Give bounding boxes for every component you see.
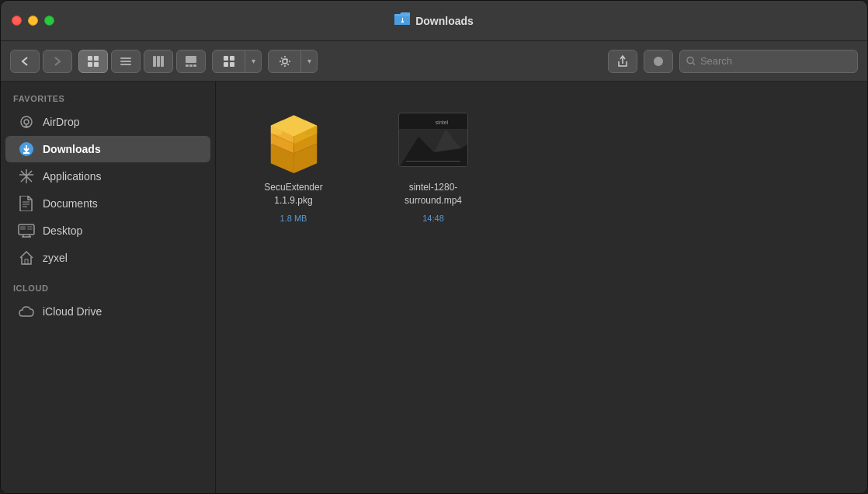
airdrop-label: AirDrop bbox=[43, 116, 79, 128]
gear-button[interactable]: ▾ bbox=[268, 50, 318, 73]
folder-icon: ⤓ bbox=[394, 12, 410, 29]
icloud-drive-label: iCloud Drive bbox=[43, 305, 102, 318]
file-meta-secuextender: 1.8 MB bbox=[280, 214, 307, 223]
file-name-secuextender: SecuExtender1.1.9.pkg bbox=[264, 181, 322, 207]
close-button[interactable] bbox=[12, 16, 22, 26]
svg-line-22 bbox=[693, 63, 695, 65]
titlebar: ⤓ Downloads bbox=[1, 1, 867, 41]
home-icon bbox=[18, 249, 35, 266]
svg-rect-11 bbox=[186, 56, 196, 63]
icloud-icon bbox=[18, 303, 35, 320]
sidebar-item-icloud-drive[interactable]: iCloud Drive bbox=[5, 298, 210, 325]
airdrop-icon bbox=[18, 113, 35, 130]
pkg-icon bbox=[261, 107, 327, 173]
svg-rect-7 bbox=[120, 64, 131, 65]
pkg-icon-container bbox=[259, 105, 328, 175]
file-item-sintel[interactable]: sintel sintel-1280-surround.mp4 14:48 bbox=[387, 105, 480, 223]
search-input[interactable] bbox=[700, 55, 851, 67]
svg-rect-12 bbox=[186, 64, 189, 67]
svg-rect-1 bbox=[88, 56, 92, 61]
video-icon-container: sintel bbox=[398, 105, 468, 175]
svg-rect-42 bbox=[27, 226, 33, 228]
search-box[interactable] bbox=[679, 50, 858, 73]
desktop-icon bbox=[18, 222, 35, 239]
svg-rect-5 bbox=[120, 57, 131, 59]
svg-rect-18 bbox=[230, 62, 234, 67]
documents-icon bbox=[18, 195, 35, 212]
tag-button[interactable] bbox=[644, 50, 673, 73]
gear-icon bbox=[269, 50, 301, 72]
svg-rect-13 bbox=[189, 64, 193, 67]
svg-rect-17 bbox=[224, 62, 228, 67]
video-thumb-inner: sintel bbox=[399, 113, 467, 166]
svg-rect-41 bbox=[20, 226, 26, 230]
svg-point-24 bbox=[24, 120, 29, 124]
svg-rect-4 bbox=[94, 62, 99, 67]
svg-rect-16 bbox=[230, 56, 234, 61]
toolbar-right bbox=[608, 50, 858, 73]
search-icon bbox=[686, 56, 696, 66]
svg-rect-9 bbox=[157, 56, 160, 67]
sidebar-item-airdrop[interactable]: AirDrop bbox=[5, 109, 210, 135]
svg-rect-43 bbox=[27, 228, 33, 230]
forward-button[interactable] bbox=[43, 50, 72, 73]
traffic-lights bbox=[12, 16, 54, 26]
list-view-button[interactable] bbox=[111, 50, 141, 73]
view-buttons bbox=[78, 50, 206, 73]
svg-rect-14 bbox=[193, 64, 196, 67]
zyxel-label: zyxel bbox=[43, 252, 68, 264]
toolbar: ▾ ▾ bbox=[1, 41, 867, 82]
file-area: SecuExtender1.1.9.pkg 1.8 MB bbox=[216, 82, 867, 493]
titlebar-text: Downloads bbox=[415, 15, 474, 27]
svg-text:⤓: ⤓ bbox=[400, 17, 405, 24]
sidebar-item-desktop[interactable]: Desktop bbox=[5, 217, 210, 244]
icloud-section: iCloud iCloud Drive bbox=[1, 284, 215, 325]
file-item-secuextender[interactable]: SecuExtender1.1.9.pkg 1.8 MB bbox=[247, 105, 340, 223]
svg-point-21 bbox=[687, 57, 693, 63]
sidebar: Favorites AirDrop bbox=[1, 82, 216, 493]
svg-rect-2 bbox=[94, 56, 99, 61]
svg-rect-3 bbox=[88, 62, 92, 67]
svg-text:sintel: sintel bbox=[436, 120, 449, 125]
sort-icon bbox=[213, 50, 245, 72]
documents-label: Documents bbox=[43, 197, 98, 210]
sidebar-item-zyxel[interactable]: zyxel bbox=[5, 245, 210, 271]
svg-rect-6 bbox=[120, 61, 131, 62]
svg-rect-58 bbox=[399, 113, 468, 129]
icon-view-button[interactable] bbox=[78, 50, 108, 73]
svg-rect-8 bbox=[153, 56, 156, 67]
applications-label: Applications bbox=[43, 170, 102, 183]
sidebar-item-downloads[interactable]: Downloads bbox=[5, 136, 210, 162]
icloud-section-label: iCloud bbox=[1, 284, 215, 297]
sort-arrow-icon: ▾ bbox=[245, 50, 261, 72]
column-view-button[interactable] bbox=[144, 50, 173, 73]
svg-rect-15 bbox=[224, 56, 228, 61]
tag-dot-icon bbox=[654, 57, 663, 66]
favorites-label: Favorites bbox=[1, 94, 215, 108]
gallery-view-button[interactable] bbox=[176, 50, 206, 73]
sidebar-item-applications[interactable]: Applications bbox=[5, 163, 210, 190]
svg-rect-44 bbox=[25, 259, 28, 264]
downloads-icon bbox=[18, 141, 35, 158]
file-name-sintel: sintel-1280-surround.mp4 bbox=[404, 181, 462, 207]
applications-icon bbox=[18, 168, 35, 185]
share-button[interactable] bbox=[608, 50, 637, 73]
finder-window: ⤓ Downloads bbox=[0, 0, 868, 494]
sort-button[interactable]: ▾ bbox=[212, 50, 262, 73]
nav-buttons bbox=[10, 50, 72, 73]
file-meta-sintel: 14:48 bbox=[422, 214, 444, 223]
back-button[interactable] bbox=[10, 50, 40, 73]
favorites-section: Favorites AirDrop bbox=[1, 94, 215, 271]
maximize-button[interactable] bbox=[44, 16, 54, 26]
video-thumbnail: sintel bbox=[398, 113, 468, 167]
svg-rect-10 bbox=[161, 56, 164, 67]
desktop-label: Desktop bbox=[43, 224, 82, 237]
content-area: Favorites AirDrop bbox=[1, 82, 867, 493]
sidebar-item-documents[interactable]: Documents bbox=[5, 190, 210, 217]
downloads-label: Downloads bbox=[43, 143, 101, 155]
minimize-button[interactable] bbox=[28, 16, 38, 26]
gear-arrow-icon: ▾ bbox=[301, 50, 317, 72]
window-title: ⤓ Downloads bbox=[394, 12, 474, 29]
